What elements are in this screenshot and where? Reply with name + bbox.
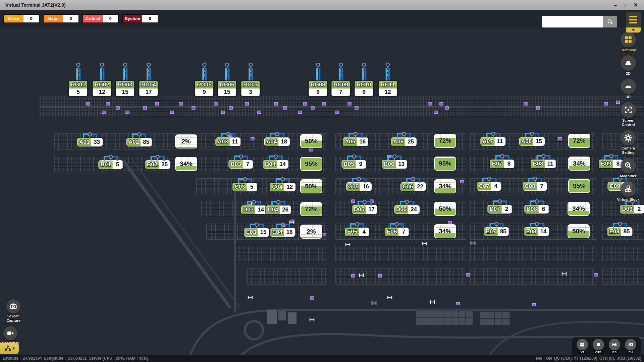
- search-icon: [607, 19, 613, 25]
- yard-block[interactable]: E03 15: [244, 228, 269, 237]
- occupancy-badge[interactable]: 34%: [434, 179, 456, 193]
- yard-block[interactable]: C04 12: [270, 183, 296, 191]
- rc-crane[interactable]: RC06 15: [217, 62, 237, 97]
- yard-block[interactable]: C06 22: [400, 182, 426, 191]
- yard-block[interactable]: D06 24: [394, 205, 420, 214]
- yard-block[interactable]: E05 4: [345, 228, 369, 236]
- yard-block[interactable]: A07 11: [480, 137, 505, 146]
- occupancy-badge[interactable]: 72%: [300, 202, 322, 216]
- yt-toggle-button[interactable]: YT: [576, 339, 589, 354]
- minimize-button[interactable]: –: [610, 1, 621, 9]
- menu-collapse-tab[interactable]: [626, 27, 641, 33]
- yard-block[interactable]: B03 7: [228, 160, 253, 169]
- yard-block[interactable]: B07 8: [490, 160, 514, 168]
- tool-magnifier[interactable]: Magnifier: [620, 158, 637, 178]
- yard-block-count: 5: [247, 183, 257, 191]
- rc-crane[interactable]: RC11 12: [378, 62, 398, 97]
- occupancy-badge[interactable]: 95%: [568, 179, 590, 193]
- search-button[interactable]: [603, 16, 617, 27]
- tool-summary[interactable]: Summay: [621, 32, 636, 52]
- major-alarm-counter[interactable]: Major 0: [43, 14, 79, 23]
- yard-block-id: B03: [229, 160, 243, 168]
- yard-block[interactable]: E07 85: [484, 227, 509, 236]
- yard-block[interactable]: D04 26: [266, 205, 291, 214]
- screen-capture-button[interactable]: Screen Capture: [2, 299, 25, 323]
- rc-crane[interactable]: RC08 9: [308, 62, 328, 97]
- hamburger-menu-button[interactable]: [626, 12, 641, 27]
- rc-crane[interactable]: RC04 17: [139, 62, 158, 97]
- occupancy-badge[interactable]: 2%: [300, 225, 322, 239]
- occupancy-badge[interactable]: 72%: [568, 134, 590, 148]
- yard-block[interactable]: A08 15: [519, 137, 545, 146]
- occupancy-badge[interactable]: 50%: [568, 224, 590, 238]
- yard-block-id: D07: [488, 205, 501, 213]
- tool-camera-setting[interactable]: Camera Setting: [616, 130, 640, 155]
- occupancy-badge[interactable]: 2%: [175, 134, 197, 148]
- occupancy-badge[interactable]: 95%: [434, 157, 456, 171]
- rc-crane[interactable]: RC03 15: [115, 62, 135, 97]
- yard-block[interactable]: A06 25: [391, 137, 417, 146]
- rc-crane[interactable]: RC09 7: [331, 62, 351, 97]
- occupancy-badge[interactable]: 50%: [434, 202, 456, 216]
- minor-alarm-counter[interactable]: Minor 0: [3, 14, 40, 23]
- yard-block[interactable]: A02 85: [126, 138, 152, 146]
- occupancy-badge[interactable]: 72%: [434, 134, 456, 148]
- rc-crane[interactable]: RC07 3: [240, 62, 260, 97]
- occupancy-badge[interactable]: 34%: [568, 202, 590, 216]
- occupancy-badge[interactable]: 95%: [300, 157, 322, 171]
- eh-toggle-button[interactable]: EH: [624, 339, 637, 354]
- maximize-button[interactable]: □: [621, 1, 631, 9]
- yard-block[interactable]: C03 5: [232, 183, 257, 191]
- yard-block[interactable]: D07 2: [487, 205, 512, 214]
- yard-crane-icon: [495, 153, 509, 161]
- yard-block[interactable]: B01 5: [98, 160, 123, 169]
- occupancy-badge[interactable]: 34%: [434, 224, 456, 238]
- yard-block-label: B01 5: [98, 160, 123, 169]
- yard-block[interactable]: C07 4: [477, 182, 501, 191]
- yard-block[interactable]: C08 7: [523, 182, 547, 191]
- yard-block[interactable]: B06 13: [382, 160, 407, 169]
- rc-crane[interactable]: RC01 5: [68, 62, 88, 97]
- yard-block[interactable]: A03 11: [215, 137, 240, 146]
- rs-toggle-button[interactable]: RS: [608, 339, 621, 354]
- yard-block[interactable]: E08 14: [524, 227, 549, 236]
- tool-virtual-block[interactable]: Virtual Block: [617, 181, 639, 202]
- yard-block[interactable]: D08 6: [524, 205, 549, 214]
- yard-block-id: B01: [99, 161, 112, 169]
- latitude-label: Latitude :: [3, 356, 21, 361]
- otr-toggle-button[interactable]: OTR: [592, 339, 605, 354]
- rc-crane[interactable]: RC05 9: [194, 62, 214, 97]
- yard-block-count: 7: [537, 182, 547, 190]
- yard-block[interactable]: E06 7: [385, 228, 409, 236]
- yard-block[interactable]: C05 16: [346, 182, 372, 191]
- hierarchy-panel-tab[interactable]: [0, 343, 19, 354]
- yard-block[interactable]: B08 11: [531, 160, 556, 168]
- tool-3d[interactable]: 3D: [621, 79, 636, 99]
- system-alarm-counter[interactable]: System 0: [122, 14, 158, 23]
- occupancy-badge[interactable]: 50%: [300, 179, 322, 193]
- yard-block[interactable]: A04 18: [264, 137, 290, 146]
- terminal-map[interactable]: RC01 5 RC02 12: [0, 0, 644, 362]
- rc-crane-id: RC05: [195, 81, 213, 88]
- occupancy-badge[interactable]: 50%: [300, 134, 322, 148]
- yard-block[interactable]: D03 14: [241, 205, 267, 214]
- tool-screen-control[interactable]: Screen Control: [616, 102, 640, 127]
- close-button[interactable]: ✕: [631, 1, 641, 9]
- yard-block[interactable]: D09 2: [620, 205, 644, 214]
- critical-alarm-counter[interactable]: Critical 0: [83, 14, 119, 23]
- yard-block[interactable]: E04 16: [270, 228, 295, 237]
- yard-block[interactable]: E09 85: [607, 227, 632, 236]
- occupancy-badge[interactable]: 34%: [175, 157, 197, 171]
- yard-block[interactable]: B05 9: [341, 160, 366, 169]
- yard-block[interactable]: D05 17: [352, 205, 377, 214]
- yard-block[interactable]: B02 25: [145, 160, 170, 169]
- yard-block[interactable]: A05 16: [343, 137, 368, 146]
- rc-crane[interactable]: RC10 9: [354, 62, 374, 97]
- rc-crane[interactable]: RC02 12: [92, 62, 112, 97]
- yard-block[interactable]: B04 14: [263, 160, 288, 169]
- search-input[interactable]: [542, 16, 603, 27]
- tool-2d[interactable]: 2D: [621, 55, 636, 76]
- yard-block[interactable]: A01 33: [77, 138, 103, 146]
- occupancy-badge[interactable]: 34%: [568, 157, 590, 171]
- yard-crane-icon: [389, 221, 404, 229]
